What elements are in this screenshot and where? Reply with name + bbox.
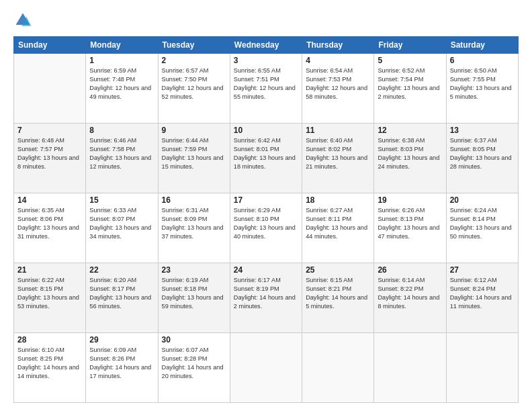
calendar-cell: 15Sunrise: 6:33 AMSunset: 8:07 PMDayligh… bbox=[86, 193, 158, 263]
calendar-cell: 25Sunrise: 6:15 AMSunset: 8:21 PMDayligh… bbox=[302, 263, 374, 333]
calendar-cell: 12Sunrise: 6:38 AMSunset: 8:03 PMDayligh… bbox=[374, 124, 446, 193]
day-info: Sunrise: 6:50 AMSunset: 7:55 PMDaylight:… bbox=[450, 66, 515, 101]
day-number: 28 bbox=[17, 335, 82, 345]
calendar-cell bbox=[230, 333, 302, 403]
day-number: 19 bbox=[378, 195, 442, 205]
calendar-week-row: 21Sunrise: 6:22 AMSunset: 8:15 PMDayligh… bbox=[14, 263, 519, 333]
calendar-table: SundayMondayTuesdayWednesdayThursdayFrid… bbox=[13, 36, 519, 403]
calendar-cell: 21Sunrise: 6:22 AMSunset: 8:15 PMDayligh… bbox=[14, 263, 86, 333]
day-number: 9 bbox=[162, 126, 226, 135]
day-info: Sunrise: 6:19 AMSunset: 8:18 PMDaylight:… bbox=[162, 276, 226, 311]
day-info: Sunrise: 6:40 AMSunset: 8:02 PMDaylight:… bbox=[306, 136, 370, 171]
day-info: Sunrise: 6:55 AMSunset: 7:51 PMDaylight:… bbox=[234, 66, 298, 101]
calendar-cell: 26Sunrise: 6:14 AMSunset: 8:22 PMDayligh… bbox=[374, 263, 446, 333]
calendar-cell: 24Sunrise: 6:17 AMSunset: 8:19 PMDayligh… bbox=[230, 263, 302, 333]
calendar-cell: 13Sunrise: 6:37 AMSunset: 8:05 PMDayligh… bbox=[446, 124, 518, 193]
calendar-cell: 2Sunrise: 6:57 AMSunset: 7:50 PMDaylight… bbox=[158, 54, 230, 124]
weekday-header-friday: Friday bbox=[374, 37, 446, 54]
day-info: Sunrise: 6:35 AMSunset: 8:06 PMDaylight:… bbox=[17, 206, 82, 241]
calendar-cell: 19Sunrise: 6:26 AMSunset: 8:13 PMDayligh… bbox=[374, 193, 446, 263]
day-number: 29 bbox=[89, 335, 154, 345]
day-number: 3 bbox=[234, 56, 298, 65]
calendar-cell bbox=[302, 333, 374, 403]
page: SundayMondayTuesdayWednesdayThursdayFrid… bbox=[0, 0, 532, 411]
day-info: Sunrise: 6:31 AMSunset: 8:09 PMDaylight:… bbox=[162, 206, 226, 241]
day-number: 12 bbox=[378, 126, 442, 135]
day-info: Sunrise: 6:44 AMSunset: 7:59 PMDaylight:… bbox=[162, 136, 226, 171]
header bbox=[13, 11, 519, 30]
day-info: Sunrise: 6:27 AMSunset: 8:11 PMDaylight:… bbox=[306, 206, 370, 241]
day-number: 16 bbox=[162, 195, 226, 205]
weekday-header-monday: Monday bbox=[86, 37, 158, 54]
logo bbox=[13, 11, 35, 30]
calendar-cell: 6Sunrise: 6:50 AMSunset: 7:55 PMDaylight… bbox=[446, 54, 518, 124]
calendar-cell: 20Sunrise: 6:24 AMSunset: 8:14 PMDayligh… bbox=[446, 193, 518, 263]
calendar-cell: 23Sunrise: 6:19 AMSunset: 8:18 PMDayligh… bbox=[158, 263, 230, 333]
calendar-cell: 28Sunrise: 6:10 AMSunset: 8:25 PMDayligh… bbox=[14, 333, 86, 403]
day-number: 15 bbox=[89, 195, 154, 205]
day-number: 21 bbox=[17, 265, 82, 275]
weekday-header-tuesday: Tuesday bbox=[158, 37, 230, 54]
day-info: Sunrise: 6:38 AMSunset: 8:03 PMDaylight:… bbox=[378, 136, 442, 171]
day-number: 22 bbox=[89, 265, 154, 275]
day-info: Sunrise: 6:15 AMSunset: 8:21 PMDaylight:… bbox=[306, 276, 370, 311]
weekday-header-sunday: Sunday bbox=[14, 37, 86, 54]
day-number: 5 bbox=[378, 56, 442, 65]
day-info: Sunrise: 6:29 AMSunset: 8:10 PMDaylight:… bbox=[234, 206, 298, 241]
calendar-cell: 22Sunrise: 6:20 AMSunset: 8:17 PMDayligh… bbox=[86, 263, 158, 333]
day-number: 23 bbox=[162, 265, 226, 275]
calendar-cell bbox=[374, 333, 446, 403]
day-info: Sunrise: 6:54 AMSunset: 7:53 PMDaylight:… bbox=[306, 66, 370, 101]
calendar-week-row: 14Sunrise: 6:35 AMSunset: 8:06 PMDayligh… bbox=[14, 193, 519, 263]
calendar-cell: 16Sunrise: 6:31 AMSunset: 8:09 PMDayligh… bbox=[158, 193, 230, 263]
calendar-cell: 5Sunrise: 6:52 AMSunset: 7:54 PMDaylight… bbox=[374, 54, 446, 124]
calendar-cell: 29Sunrise: 6:09 AMSunset: 8:26 PMDayligh… bbox=[86, 333, 158, 403]
calendar-cell: 3Sunrise: 6:55 AMSunset: 7:51 PMDaylight… bbox=[230, 54, 302, 124]
day-info: Sunrise: 6:33 AMSunset: 8:07 PMDaylight:… bbox=[89, 206, 154, 241]
day-number: 2 bbox=[162, 56, 226, 65]
day-number: 24 bbox=[234, 265, 298, 275]
day-number: 8 bbox=[89, 126, 154, 135]
calendar-cell: 17Sunrise: 6:29 AMSunset: 8:10 PMDayligh… bbox=[230, 193, 302, 263]
day-info: Sunrise: 6:46 AMSunset: 7:58 PMDaylight:… bbox=[89, 136, 154, 171]
day-info: Sunrise: 6:37 AMSunset: 8:05 PMDaylight:… bbox=[450, 136, 515, 171]
day-info: Sunrise: 6:12 AMSunset: 8:24 PMDaylight:… bbox=[450, 276, 515, 311]
day-number: 11 bbox=[306, 126, 370, 135]
day-info: Sunrise: 6:59 AMSunset: 7:48 PMDaylight:… bbox=[89, 66, 154, 101]
calendar-week-row: 28Sunrise: 6:10 AMSunset: 8:25 PMDayligh… bbox=[14, 333, 519, 403]
day-info: Sunrise: 6:24 AMSunset: 8:14 PMDaylight:… bbox=[450, 206, 515, 241]
calendar-cell: 30Sunrise: 6:07 AMSunset: 8:28 PMDayligh… bbox=[158, 333, 230, 403]
day-info: Sunrise: 6:42 AMSunset: 8:01 PMDaylight:… bbox=[234, 136, 298, 171]
calendar-cell: 27Sunrise: 6:12 AMSunset: 8:24 PMDayligh… bbox=[446, 263, 518, 333]
day-info: Sunrise: 6:26 AMSunset: 8:13 PMDaylight:… bbox=[378, 206, 442, 241]
day-info: Sunrise: 6:48 AMSunset: 7:57 PMDaylight:… bbox=[17, 136, 82, 171]
day-info: Sunrise: 6:57 AMSunset: 7:50 PMDaylight:… bbox=[162, 66, 226, 101]
day-number: 30 bbox=[162, 335, 226, 345]
day-info: Sunrise: 6:52 AMSunset: 7:54 PMDaylight:… bbox=[378, 66, 442, 101]
day-number: 6 bbox=[450, 56, 515, 65]
day-info: Sunrise: 6:10 AMSunset: 8:25 PMDaylight:… bbox=[17, 346, 82, 381]
day-info: Sunrise: 6:07 AMSunset: 8:28 PMDaylight:… bbox=[162, 346, 226, 381]
calendar-cell: 11Sunrise: 6:40 AMSunset: 8:02 PMDayligh… bbox=[302, 124, 374, 193]
weekday-header-saturday: Saturday bbox=[446, 37, 518, 54]
day-number: 1 bbox=[89, 56, 154, 65]
calendar-cell: 7Sunrise: 6:48 AMSunset: 7:57 PMDaylight… bbox=[14, 124, 86, 193]
day-info: Sunrise: 6:09 AMSunset: 8:26 PMDaylight:… bbox=[89, 346, 154, 381]
calendar-cell: 14Sunrise: 6:35 AMSunset: 8:06 PMDayligh… bbox=[14, 193, 86, 263]
calendar-week-row: 7Sunrise: 6:48 AMSunset: 7:57 PMDaylight… bbox=[14, 124, 519, 193]
day-number: 26 bbox=[378, 265, 442, 275]
calendar-cell: 10Sunrise: 6:42 AMSunset: 8:01 PMDayligh… bbox=[230, 124, 302, 193]
day-number: 25 bbox=[306, 265, 370, 275]
day-number: 20 bbox=[450, 195, 515, 205]
calendar-cell bbox=[14, 54, 86, 124]
calendar-cell: 4Sunrise: 6:54 AMSunset: 7:53 PMDaylight… bbox=[302, 54, 374, 124]
weekday-header-row: SundayMondayTuesdayWednesdayThursdayFrid… bbox=[14, 37, 519, 54]
day-number: 14 bbox=[17, 195, 82, 205]
weekday-header-wednesday: Wednesday bbox=[230, 37, 302, 54]
calendar-cell bbox=[446, 333, 518, 403]
day-info: Sunrise: 6:14 AMSunset: 8:22 PMDaylight:… bbox=[378, 276, 442, 311]
calendar-cell: 18Sunrise: 6:27 AMSunset: 8:11 PMDayligh… bbox=[302, 193, 374, 263]
day-number: 17 bbox=[234, 195, 298, 205]
day-number: 10 bbox=[234, 126, 298, 135]
day-info: Sunrise: 6:20 AMSunset: 8:17 PMDaylight:… bbox=[89, 276, 154, 311]
